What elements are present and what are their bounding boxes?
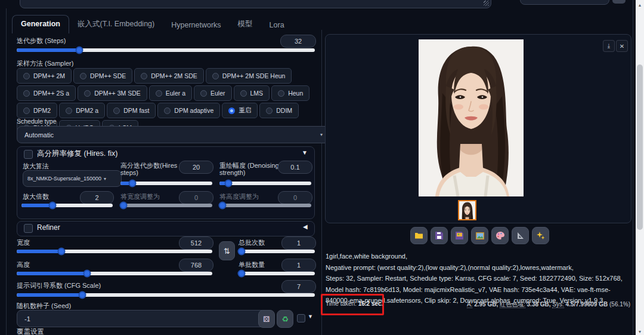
- extra-seed-checkbox[interactable]: [297, 314, 305, 322]
- denoising-value[interactable]: 0.1: [278, 161, 312, 174]
- upscale-by-slider[interactable]: [21, 204, 113, 207]
- sampler-dpmpp-2m-sde[interactable]: DPM++ 2M SDE: [134, 68, 204, 84]
- scrollbar-thumb[interactable]: [637, 64, 643, 230]
- override-settings-label: 覆盖设置: [17, 327, 44, 335]
- memory-stats: A: 2.95 GB, 红色色域: 3.38 GB, Sys: 4.5/7.99…: [386, 300, 630, 309]
- sampler-option-label: LMS: [250, 90, 264, 97]
- open-folder-button[interactable]: [410, 227, 428, 244]
- tab-model[interactable]: 模型: [230, 15, 261, 33]
- width-slider[interactable]: [17, 250, 212, 253]
- height-slider[interactable]: [17, 272, 212, 275]
- sampler-euler[interactable]: Euler: [194, 85, 232, 101]
- swap-dimensions-button[interactable]: ⇅: [219, 241, 235, 260]
- download-button[interactable]: ⤓: [603, 40, 615, 52]
- page-scrollbar[interactable]: ▲ ▼: [636, 0, 644, 335]
- sampler-option-label: DPM++ 2M SDE: [151, 72, 197, 79]
- mem-reserved-label: 红色色域:: [500, 301, 525, 308]
- hires-steps-value[interactable]: 20: [179, 161, 213, 174]
- hires-steps-slider[interactable]: [120, 182, 212, 185]
- sampler-lms[interactable]: LMS: [234, 85, 270, 101]
- batch-count-slider[interactable]: [239, 250, 315, 253]
- save-button[interactable]: [431, 227, 448, 244]
- sampler-dpm2[interactable]: DPM2: [17, 103, 57, 118]
- annotation-highlight-box: [321, 294, 384, 315]
- ruler-button[interactable]: [512, 227, 529, 244]
- column-divider: [321, 30, 322, 335]
- batch-size-slider[interactable]: [239, 272, 315, 275]
- radio-icon: [141, 73, 147, 79]
- palette-button[interactable]: [491, 227, 509, 244]
- refiner-panel: [17, 221, 315, 236]
- page-right-border: [633, 0, 633, 335]
- sampler-dpmpp-2m[interactable]: DPM++ 2M: [17, 68, 72, 84]
- cfg-scale-value[interactable]: 7: [281, 280, 316, 293]
- batch-count-value[interactable]: 1: [281, 236, 316, 250]
- sampler-euler-a[interactable]: Euler a: [149, 85, 192, 101]
- random-seed-button[interactable]: ⚄: [258, 310, 275, 328]
- resize-width-value[interactable]: 0: [179, 191, 213, 204]
- hires-collapse-icon[interactable]: ▼: [302, 149, 308, 156]
- resize-width-slider[interactable]: [120, 204, 212, 207]
- upscaler-value: 8x_NMKD-Superscale_150000: [27, 176, 101, 182]
- sampler-heun[interactable]: Heun: [271, 85, 309, 101]
- schedule-type-dropdown[interactable]: Automatic ▾: [17, 126, 330, 143]
- upscaler-label: 放大算法: [23, 162, 49, 171]
- image-button[interactable]: [471, 227, 488, 244]
- sparkles-button[interactable]: [532, 227, 549, 244]
- upscaler-dropdown[interactable]: 8x_NMKD-Superscale_150000 ▾: [23, 170, 122, 187]
- seed-extra-collapse-icon[interactable]: ▼: [308, 314, 313, 319]
- sampler-option-label: Heun: [288, 90, 303, 97]
- sparkles-icon: [537, 232, 545, 240]
- cfg-scale-slider[interactable]: [17, 293, 315, 297]
- secondary-input[interactable]: [520, 0, 609, 5]
- refiner-title: Refiner: [37, 223, 60, 232]
- width-value[interactable]: 512: [179, 236, 213, 250]
- mem-active-label: A:: [467, 301, 472, 308]
- textarea-resize-handle[interactable]: [484, 1, 489, 6]
- refiner-collapse-icon[interactable]: ◀: [303, 223, 308, 230]
- batch-size-value[interactable]: 1: [281, 259, 316, 272]
- resize-height-slider[interactable]: [219, 204, 311, 207]
- sampler-option-label: DPM++ 3M SDE: [94, 90, 141, 97]
- top-right-button[interactable]: [612, 0, 626, 4]
- refiner-checkbox[interactable]: [24, 224, 33, 233]
- sampler-ddim[interactable]: DDIM: [259, 103, 299, 118]
- chevron-down-icon: ▾: [104, 176, 106, 182]
- radio-icon: [200, 90, 207, 97]
- tab-generation[interactable]: Generation: [12, 15, 69, 33]
- denoising-slider[interactable]: [219, 182, 311, 185]
- tab-ti-embedding[interactable]: 嵌入式(T.I. Embedding): [69, 15, 163, 33]
- sampler-dpm-fast[interactable]: DPM fast: [107, 103, 156, 118]
- reuse-seed-button[interactable]: ♻: [277, 310, 293, 328]
- seed-input[interactable]: -1: [17, 310, 270, 327]
- scroll-up-icon[interactable]: ▲: [636, 0, 644, 7]
- mem-sys-value: 4.5/7.99609 GB: [566, 301, 608, 308]
- generated-image[interactable]: [419, 39, 524, 196]
- sampler-dpmpp-sde[interactable]: DPM++ SDE: [73, 68, 132, 84]
- sampler-dpm2-a[interactable]: DPM2 a: [59, 103, 105, 118]
- height-value[interactable]: 768: [179, 259, 213, 272]
- prompt-textarea[interactable]: [20, 0, 491, 8]
- hires-fix-title: 高分辨率修复 (Hires. fix): [37, 149, 117, 159]
- cfg-scale-label: 提示词引导系数 (CFG Scale): [17, 281, 101, 290]
- steps-value[interactable]: 32: [280, 35, 316, 48]
- tab-lora[interactable]: Lora: [261, 17, 293, 33]
- save-zip-button[interactable]: [451, 227, 468, 244]
- scroll-down-icon[interactable]: ▼: [636, 330, 644, 334]
- picture-icon: [476, 232, 484, 239]
- upscale-by-value[interactable]: 2: [80, 191, 114, 204]
- sampler-restart[interactable]: 重启: [222, 103, 258, 118]
- tab-hypernetworks[interactable]: Hypernetworks: [163, 17, 229, 33]
- palette-icon: [496, 232, 504, 239]
- sampler-option-label: 重启: [239, 106, 251, 115]
- resize-height-value[interactable]: 0: [278, 191, 312, 204]
- steps-slider[interactable]: [17, 48, 315, 52]
- gallery-thumbnail[interactable]: [458, 200, 476, 220]
- close-preview-button[interactable]: ✕: [616, 40, 628, 52]
- sampler-dpmpp-3m-sde[interactable]: DPM++ 3M SDE: [78, 85, 147, 101]
- seed-label: 随机数种子 (Seed): [17, 302, 71, 311]
- hires-fix-checkbox[interactable]: [24, 150, 33, 159]
- sampler-dpmpp-2m-sde-heun[interactable]: DPM++ 2M SDE Heun: [206, 68, 292, 84]
- sampler-dpmpp-2s-a[interactable]: DPM++ 2S a: [17, 85, 76, 101]
- sampler-dpm-adaptive[interactable]: DPM adaptive: [157, 103, 220, 118]
